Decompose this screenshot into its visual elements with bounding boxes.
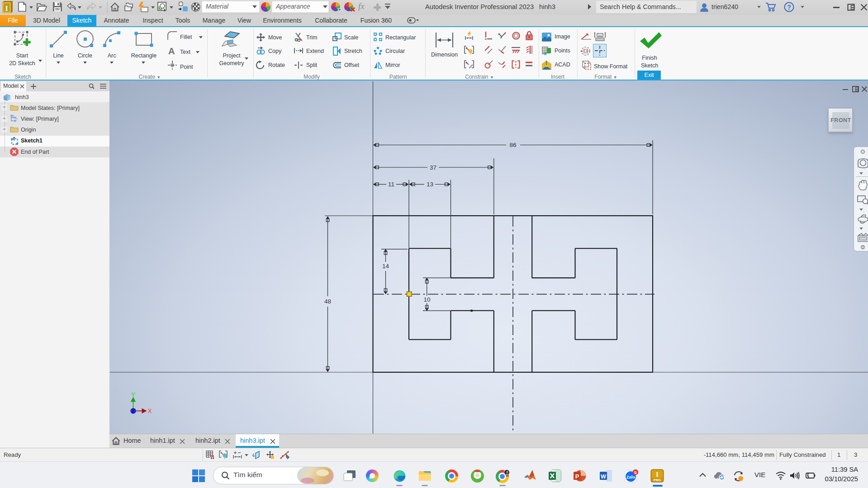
svg-text:I: I (5, 4, 8, 13)
svg-text:{x}: {x} (598, 33, 602, 38)
svg-text:P: P (575, 473, 579, 480)
svg-text:11: 11 (388, 181, 394, 188)
svg-text:X: X (148, 407, 152, 414)
svg-text:10: 10 (423, 296, 430, 303)
svg-text:Y: Y (131, 391, 135, 398)
svg-text:PRO: PRO (654, 478, 661, 482)
svg-text:?: ? (787, 4, 791, 11)
svg-text:Zalo: Zalo (626, 474, 636, 479)
svg-text:86: 86 (509, 142, 516, 148)
svg-text:I: I (656, 471, 658, 478)
svg-text:48: 48 (324, 298, 331, 305)
svg-text:Z: Z (132, 408, 135, 414)
svg-text:W: W (601, 474, 606, 480)
svg-text:13: 13 (427, 181, 433, 188)
svg-text:14: 14 (382, 263, 389, 270)
svg-text:5: 5 (634, 470, 637, 475)
svg-text:37: 37 (430, 164, 436, 171)
